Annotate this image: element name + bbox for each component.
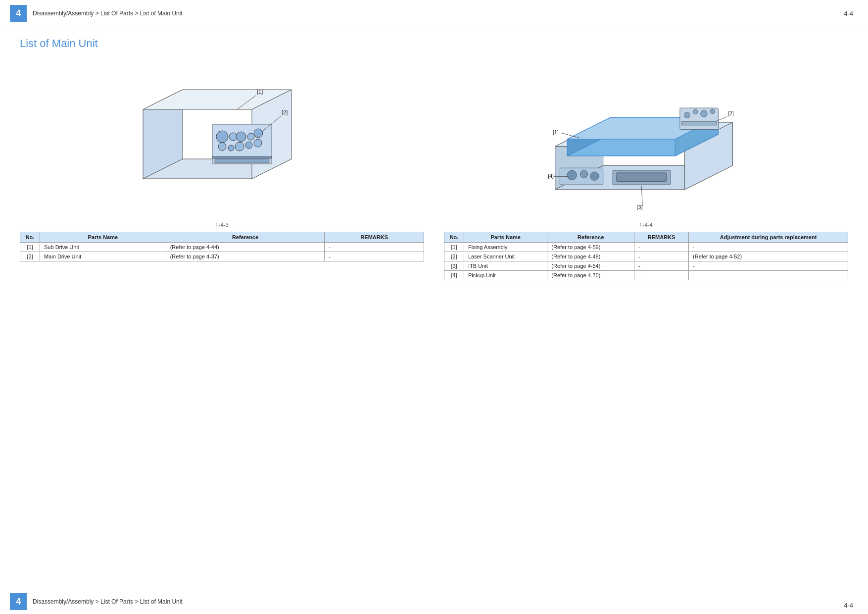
right-parts-table: No. Parts Name Reference REMARKS Adjustm… [444,232,848,280]
left-diagram-svg: [1] [2] [113,60,331,218]
right-col-name: Parts Name [464,232,547,243]
left-row2-remarks: - [325,252,424,261]
left-parts-table: No. Parts Name Reference REMARKS [1] Sub… [20,232,424,261]
svg-point-7 [236,132,246,142]
left-col-name: Parts Name [40,232,166,243]
svg-point-35 [580,170,588,178]
svg-point-8 [247,133,254,140]
table-row: [1] Sub Drive Unit (Refer to page 4-44) … [20,243,424,252]
svg-text:[3]: [3] [636,204,642,210]
svg-point-34 [567,170,577,180]
page-header: 4 Disassembly/Assembly > List Of Parts >… [0,0,868,27]
table-row: [1] Fixing Assembly (Refer to page 4-59)… [444,243,848,252]
right-row3-adj: - [689,261,848,271]
right-col-ref: Reference [547,232,634,243]
right-diagram: [1] [2] [3] [4] F-4-4 [444,60,848,228]
svg-point-12 [235,142,244,151]
svg-point-9 [254,129,263,138]
left-row1-ref: (Refer to page 4-44) [166,243,325,252]
svg-point-5 [216,131,228,143]
left-row2-ref: (Refer to page 4-37) [166,252,325,261]
page-title: List of Main Unit [20,37,848,50]
left-row2-name: Main Drive Unit [40,252,166,261]
svg-point-31 [710,109,715,114]
svg-point-10 [218,143,226,151]
right-row2-remarks: - [634,252,689,261]
right-row1-name: Fixing Assembly [464,243,547,252]
svg-point-36 [590,172,598,180]
right-row1-remarks: - [634,243,689,252]
svg-text:[4]: [4] [548,173,554,179]
right-row3-no: [3] [444,261,464,271]
svg-rect-15 [212,156,272,158]
right-row4-ref: (Refer to page 4-70) [547,271,634,280]
header-breadcrumb: Disassembly/Assembly > List Of Parts > L… [33,10,183,17]
svg-rect-16 [215,159,269,163]
callout-1-left: [1] [257,89,263,95]
right-column: [1] [2] [3] [4] F-4-4 [444,60,848,280]
right-row4-no: [4] [444,271,464,280]
header-badge: 4 [10,5,27,22]
footer-badge: 4 [10,593,27,610]
svg-point-13 [245,142,252,149]
right-row3-remarks: - [634,261,689,271]
table-row: [4] Pickup Unit (Refer to page 4-70) - - [444,271,848,280]
svg-point-28 [684,112,690,118]
right-col-adjustment: Adjustment during parts replacement [689,232,848,243]
right-col-no: No. [444,232,464,243]
left-column: [1] [2] F-4-3 No. Parts Name Reference R… [20,60,424,261]
left-row1-name: Sub Drive Unit [40,243,166,252]
svg-point-14 [254,139,262,147]
svg-rect-32 [681,121,716,125]
footer-breadcrumb: Disassembly/Assembly > List Of Parts > L… [33,598,183,605]
svg-rect-38 [616,173,666,181]
svg-point-29 [693,109,698,114]
table-row: [2] Main Drive Unit (Refer to page 4-37)… [20,252,424,261]
right-row4-adj: - [689,271,848,280]
svg-text:[2]: [2] [727,110,733,116]
page-number-bottom: 4-4 [844,602,853,609]
left-diagram: [1] [2] F-4-3 [20,60,424,228]
svg-point-11 [228,145,234,151]
right-row2-no: [2] [444,252,464,261]
left-col-no: No. [20,232,40,243]
main-content: List of Main Unit [0,27,868,290]
svg-point-30 [700,110,707,117]
right-row2-name: Laser Scanner Unit [464,252,547,261]
content-columns: [1] [2] F-4-3 No. Parts Name Reference R… [20,60,848,280]
table-row: [3] ITB Unit (Refer to page 4-54) - - [444,261,848,271]
right-row1-no: [1] [444,243,464,252]
right-row4-name: Pickup Unit [464,271,547,280]
left-col-ref: Reference [166,232,325,243]
right-row2-ref: (Refer to page 4-48) [547,252,634,261]
callout-2-left: [2] [282,109,288,115]
left-col-remarks: REMARKS [325,232,424,243]
right-row1-adj: - [689,243,848,252]
right-col-remarks: REMARKS [634,232,689,243]
left-row1-remarks: - [325,243,424,252]
right-row4-remarks: - [634,271,689,280]
svg-text:[1]: [1] [552,129,558,135]
right-row1-ref: (Refer to page 4-59) [547,243,634,252]
page-footer: 4 Disassembly/Assembly > List Of Parts >… [0,589,868,614]
right-row2-adj: (Refer to page 4-52) [689,252,848,261]
table-row: [2] Laser Scanner Unit (Refer to page 4-… [444,252,848,261]
left-figure-label: F-4-3 [20,222,424,228]
right-diagram-svg: [1] [2] [3] [4] [537,60,755,218]
right-row3-ref: (Refer to page 4-54) [547,261,634,271]
left-row1-no: [1] [20,243,40,252]
right-row3-name: ITB Unit [464,261,547,271]
right-figure-label: F-4-4 [444,222,848,228]
left-row2-no: [2] [20,252,40,261]
page-number-top: 4-4 [844,10,853,17]
